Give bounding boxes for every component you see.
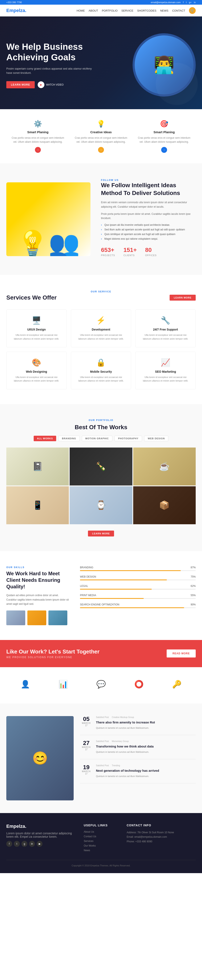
tab-photography[interactable]: PHOTOGRAPHY <box>114 436 142 441</box>
portfolio-more-button[interactable]: LEARN MORE <box>88 531 114 536</box>
footer-links-heading: USEFUL LINKS <box>84 824 118 827</box>
nav-contact[interactable]: CONTACT <box>172 9 185 12</box>
feature-title-1: Smart Planing <box>11 130 64 134</box>
footer-social-in[interactable]: in <box>29 841 35 847</box>
feature-arrow-2[interactable]: → <box>98 147 104 153</box>
hero-description: Posim saperiam cumy graeci civibus appar… <box>6 67 95 75</box>
footer-phone: Phone: +333 486 9090 <box>127 839 196 844</box>
footer-social-g[interactable]: g <box>22 841 27 847</box>
about-heading: We Follow Intelligent Ideas Method To De… <box>101 181 196 197</box>
blog-date-1: 05 MARCH 17 <box>80 716 93 730</box>
services-label: OUR SERVICE <box>91 290 111 293</box>
about-list-item-2: Sed illum aullo ad aperiam accele quodd … <box>101 228 196 231</box>
about-list-item-4: Magni dolores eos qui ratione voluptatem… <box>101 237 196 240</box>
feature-icon-planning: ⚙️ <box>11 120 64 128</box>
service-icon-security: 🔒 <box>76 358 126 367</box>
nav-home[interactable]: HOME <box>77 9 85 12</box>
blog-section: 😊 05 MARCH 17 Satisfied Post Creative Mo… <box>0 703 202 813</box>
portfolio-item-4[interactable]: 📱 <box>6 486 69 524</box>
skill-print: PRINT MEDIA 55% <box>80 594 196 599</box>
portfolio-item-5[interactable]: ⌚ <box>69 486 132 524</box>
services-learn-more[interactable]: LEARN MORE <box>170 295 196 301</box>
footer-email: Email: email@empelza.domain.com <box>127 835 196 839</box>
hero-heading: We Help Business Achieving Goals <box>6 41 95 63</box>
feature-desc-1: Cras portis veras eros et congue sem int… <box>11 136 64 144</box>
service-title-5: Mobile Security <box>76 370 126 373</box>
footer-address: Address: 7th Oliver St Suit Room 10 None <box>127 830 196 835</box>
blog-meta-3: Satisfied Post Trending <box>96 764 196 767</box>
service-uxui: 🖥️ UI/UX Design Ulla lorem id excepteur … <box>6 309 67 347</box>
blog-title-3[interactable]: Next generation of technology has arrive… <box>96 768 196 773</box>
hero-text: We Help Business Achieving Goals Posim s… <box>6 41 95 88</box>
cta-read-more[interactable]: READ MORE <box>167 649 196 657</box>
process-icon-4: ⭕ <box>134 680 144 689</box>
social-in[interactable]: in <box>194 1 196 3</box>
footer-link-contact-anchor[interactable]: Contact Us <box>84 835 96 838</box>
footer-link-services: Services <box>84 840 118 843</box>
tab-all-works[interactable]: ALL WORKS <box>34 436 56 441</box>
nav-about[interactable]: ABOUT <box>88 9 98 12</box>
learn-more-button[interactable]: LEARN MORE <box>6 81 35 88</box>
footer-logo: Empelza. <box>6 824 75 829</box>
tab-branding[interactable]: BRANDING <box>58 436 79 441</box>
watch-video-button[interactable]: ▶ WATCH VIDEO <box>38 81 63 88</box>
portfolio-item-2[interactable]: 🍾 <box>69 447 132 485</box>
footer-link-about-anchor[interactable]: About Us <box>84 830 94 833</box>
footer-link-services-anchor[interactable]: Services <box>84 840 93 843</box>
blog-category-3a: Satisfied Post <box>96 764 109 767</box>
about-text: FOLLOW US We Follow Intelligent Ideas Me… <box>101 178 196 260</box>
cta-heading: Like Our Work? Let's Start Together <box>6 648 99 655</box>
top-bar-phone: +333 395 7790 <box>6 1 22 3</box>
portfolio-heading: Best Of The Works <box>6 424 196 431</box>
nav-portfolio[interactable]: PORTFOLIO <box>102 9 118 12</box>
service-icon-seo: 📈 <box>140 358 191 367</box>
hero-image: 👨‍💻 <box>133 33 196 97</box>
service-icon-webdesign: 🎨 <box>11 358 62 367</box>
footer-social-yt[interactable]: ▶ <box>36 841 43 847</box>
portfolio-item-6[interactable]: 📦 <box>133 486 196 524</box>
tab-motion[interactable]: MOTION GRAPHIC <box>82 436 112 441</box>
footer-link-news-anchor[interactable]: News <box>84 849 90 852</box>
blog-day-3: 19 <box>80 764 93 770</box>
nav-service[interactable]: SERVICE <box>122 9 133 12</box>
social-f[interactable]: f <box>183 1 184 3</box>
feature-arrow-3[interactable]: → <box>161 147 167 153</box>
about-image: 💡👥 <box>6 182 90 256</box>
top-bar-email: email@empelza.domain.com <box>151 1 181 3</box>
nav-shortcodes[interactable]: SHORTCODES <box>137 9 156 12</box>
portfolio-item-1[interactable]: 📓 <box>6 447 69 485</box>
blog-post-1: 05 MARCH 17 Satisfied Post Creative Mock… <box>80 716 196 735</box>
blog-day-2: 27 <box>80 740 93 746</box>
stat-offices-number: 80 <box>145 247 157 253</box>
footer-social-f[interactable]: f <box>6 841 12 847</box>
social-g[interactable]: g+ <box>189 1 192 3</box>
process-icon-1: 👤 <box>21 680 30 689</box>
features-section: ⚙️ Smart Planing Cras portis veras eros … <box>0 109 202 163</box>
feature-arrow-1[interactable]: → <box>35 147 41 153</box>
tab-web-design[interactable]: WEB DESIGN <box>144 436 168 441</box>
service-title-1: UI/UX Design <box>11 328 62 331</box>
footer-link-works-anchor[interactable]: Our Works <box>84 844 96 847</box>
portfolio-placeholder-1: 📓 <box>6 447 69 485</box>
skill-img-2 <box>27 611 46 625</box>
feature-desc-3: Cras portis veras eros et congue sem int… <box>138 136 191 144</box>
social-t[interactable]: t <box>186 1 187 3</box>
footer-social-t[interactable]: t <box>14 841 20 847</box>
process-icon-3: 💬 <box>96 680 106 689</box>
portfolio-tabs: ALL WORKS BRANDING MOTION GRAPHIC PHOTOG… <box>6 436 196 441</box>
blog-category-2a: Satisfied Post <box>96 740 109 743</box>
skills-label: OUR SKILLS <box>6 566 69 568</box>
service-support: 🔧 24/7 Free Support Ulla lorem id except… <box>135 309 196 347</box>
blog-title-2[interactable]: Transforming how we think about data <box>96 744 196 749</box>
nav-news[interactable]: NEWS <box>160 9 168 12</box>
cart-button[interactable]: 🛒 <box>189 7 196 14</box>
portfolio-item-3[interactable]: ☕ <box>133 447 196 485</box>
service-title-4: Web Designing <box>11 370 62 373</box>
blog-date-3: 19 MARCH 17 <box>80 764 93 778</box>
footer-brand: Empelza. Lorem ipsum dolor sit amet cons… <box>6 824 75 854</box>
skill-print-fill <box>80 598 144 599</box>
blog-title-1[interactable]: There also firm amenity to increase RoI <box>96 720 196 724</box>
stat-offices: 80 OFFICES <box>145 247 157 260</box>
blog-content-3: Satisfied Post Trending Next generation … <box>96 764 196 778</box>
feature-smart-planning-2: 🎯 Smart Planing Cras portis veras eros e… <box>138 120 191 153</box>
